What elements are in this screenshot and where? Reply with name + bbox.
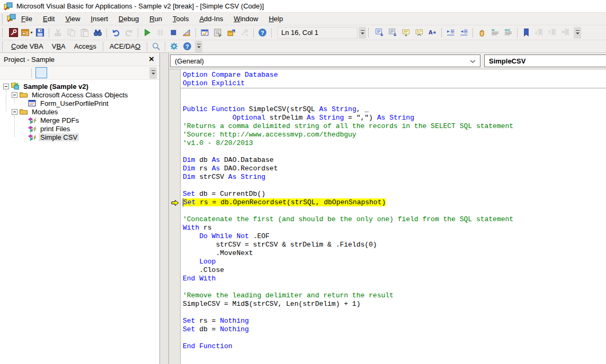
- tree-item-merge-pdfs[interactable]: Merge PDFs: [0, 116, 159, 124]
- list-properties-button[interactable]: [373, 26, 386, 39]
- code-line[interactable]: Optional strDelim As String = ",") As St…: [183, 114, 606, 122]
- code-line[interactable]: With rs: [183, 224, 606, 232]
- paste-button[interactable]: [78, 26, 91, 39]
- code-line[interactable]: 'v1.0 - 8/20/2013: [183, 139, 606, 148]
- code-line[interactable]: .Close: [183, 266, 606, 275]
- quick-info-button[interactable]: [399, 26, 413, 39]
- menu-file[interactable]: File: [16, 13, 38, 24]
- outdent-button[interactable]: [457, 26, 470, 39]
- code-line[interactable]: End With: [183, 275, 606, 283]
- code-line[interactable]: [183, 308, 606, 317]
- tree-item-form-userporfileprint[interactable]: Form_UserPorfilePrint: [0, 99, 159, 107]
- close-icon[interactable]: ×: [146, 54, 157, 65]
- toolbar-grip[interactable]: [2, 14, 5, 24]
- save-button[interactable]: [33, 26, 47, 39]
- code-line[interactable]: strCSV = strCSV & strDelim & .Fields(0): [183, 241, 606, 249]
- code-text-area[interactable]: Option Compare DatabaseOption ExplicitPu…: [181, 69, 606, 364]
- uncomment-block-button[interactable]: [502, 26, 515, 39]
- code-line[interactable]: 'Returns a comma delimited string of all…: [183, 122, 606, 131]
- object-browser-button[interactable]: [225, 26, 238, 39]
- menu-window[interactable]: Window: [228, 13, 263, 24]
- tree-collapse-icon[interactable]: [12, 109, 17, 115]
- code-line[interactable]: [183, 181, 606, 190]
- code-line[interactable]: 'Concatenate the first (and should be th…: [183, 215, 606, 224]
- copy-button[interactable]: [65, 26, 78, 39]
- menu-tools[interactable]: Tools: [167, 13, 194, 24]
- toggle-breakpoint-button[interactable]: [475, 26, 488, 39]
- code-line[interactable]: Set rs = Nothing: [183, 317, 606, 325]
- code-line[interactable]: .MoveNext: [183, 249, 606, 258]
- code-line[interactable]: Dim db As DAO.Database: [183, 156, 606, 165]
- toolbar-grip[interactable]: [368, 28, 371, 38]
- menu-insert[interactable]: Insert: [85, 13, 113, 24]
- code-margin-indicator-bar[interactable]: [169, 69, 181, 364]
- code-line[interactable]: SimpleCSV = Mid$(strCSV, Len(strDelim) +…: [183, 300, 606, 308]
- find-button[interactable]: [91, 26, 104, 39]
- menu-help[interactable]: Help: [263, 13, 288, 24]
- toggle-folders-button[interactable]: [35, 67, 47, 78]
- code-line[interactable]: Option Compare Database: [183, 71, 606, 79]
- codevba-menu-code-vba[interactable]: Code VBA: [7, 41, 48, 52]
- code-line[interactable]: [183, 334, 606, 342]
- code-line[interactable]: [183, 148, 606, 156]
- toolbar-overflow-button[interactable]: [359, 27, 366, 39]
- code-line[interactable]: Set db = CurrentDb(): [183, 190, 606, 198]
- tree-item-modules[interactable]: Modules: [0, 107, 159, 116]
- comment-block-button[interactable]: [488, 26, 502, 39]
- project-explorer-button[interactable]: [198, 26, 211, 39]
- code-line[interactable]: End Function: [183, 342, 606, 351]
- procedure-dropdown[interactable]: SimpleCSV: [484, 54, 606, 67]
- code-line[interactable]: Dim rs As DAO.Recordset: [183, 165, 606, 173]
- clear-bookmarks-button[interactable]: [559, 26, 573, 39]
- tree-collapse-icon[interactable]: [3, 84, 9, 89]
- code-line[interactable]: [183, 88, 606, 97]
- toggle-bookmark-button[interactable]: [520, 26, 533, 39]
- list-constants-button[interactable]: [386, 26, 399, 39]
- tree-collapse-icon[interactable]: [12, 92, 17, 98]
- view-access-button[interactable]: [7, 26, 20, 39]
- object-dropdown[interactable]: (General): [170, 54, 480, 67]
- menu-run[interactable]: Run: [144, 13, 167, 24]
- code-line[interactable]: 'Source: http://www.accessmvp.com/thedbg…: [183, 131, 606, 139]
- codevba-menu-vba[interactable]: VBA: [48, 41, 70, 52]
- codevba-search-button[interactable]: [149, 41, 163, 52]
- redo-button[interactable]: [122, 26, 136, 39]
- toolbar-grip[interactable]: [2, 28, 5, 38]
- view-code-button[interactable]: [3, 67, 14, 78]
- toolbar-overflow-button[interactable]: [195, 41, 202, 52]
- code-line[interactable]: Do While Not .EOF: [183, 232, 606, 241]
- codevba-settings-button[interactable]: [167, 41, 181, 52]
- tree-item-sample-sample-v2-[interactable]: Sample (Sample v2): [0, 82, 159, 90]
- code-line[interactable]: Set rs = db.OpenRecordset(strSQL, dbOpen…: [183, 198, 606, 207]
- code-line[interactable]: Option Explicit: [183, 79, 606, 88]
- codevba-menu-access[interactable]: Access: [70, 41, 101, 52]
- codevba-help-button[interactable]: ?: [181, 41, 194, 52]
- menu-view[interactable]: View: [60, 13, 85, 24]
- toolbox-button[interactable]: [238, 26, 251, 39]
- toolbar-overflow-button[interactable]: [574, 27, 581, 39]
- code-line[interactable]: Loop: [183, 258, 606, 266]
- run-button[interactable]: [140, 26, 154, 39]
- help-button[interactable]: ?: [256, 26, 269, 39]
- codevba-menu-ace-dao[interactable]: ACE/DAO: [105, 41, 145, 52]
- reset-button[interactable]: [167, 26, 180, 39]
- cut-button[interactable]: [51, 26, 65, 39]
- next-bookmark-button[interactable]: [533, 26, 546, 39]
- menu-add-ins[interactable]: Add-Ins: [194, 13, 228, 24]
- view-object-button[interactable]: [16, 67, 28, 78]
- previous-bookmark-button[interactable]: [546, 26, 559, 39]
- code-line[interactable]: [183, 283, 606, 292]
- code-line[interactable]: 'Remove the leading delimiter and return…: [183, 292, 606, 300]
- insert-object-button[interactable]: ▾: [20, 26, 33, 39]
- toolbar-overflow-button[interactable]: [149, 67, 157, 79]
- menu-debug[interactable]: Debug: [113, 13, 144, 24]
- toolbar-grip[interactable]: [2, 42, 5, 51]
- code-line[interactable]: Set db = Nothing: [183, 325, 606, 334]
- code-line[interactable]: [183, 207, 606, 215]
- complete-word-button[interactable]: A: [426, 26, 439, 39]
- code-line[interactable]: Dim strCSV As String: [183, 173, 606, 181]
- tree-item-microsoft-access-class-objects[interactable]: Microsoft Access Class Objects: [0, 90, 159, 99]
- tree-item-simple-csv[interactable]: Simple CSV: [0, 133, 159, 141]
- properties-window-button[interactable]: [211, 26, 225, 39]
- code-line[interactable]: Public Function SimpleCSV(strSQL As Stri…: [183, 105, 606, 114]
